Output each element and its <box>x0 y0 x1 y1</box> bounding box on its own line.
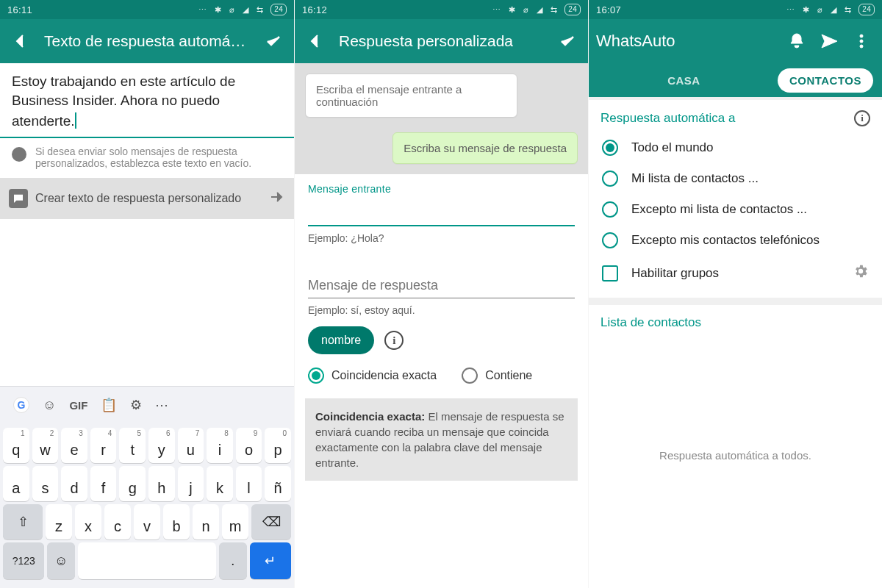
card-title: Respuesta automática a <box>600 111 735 126</box>
confirm-icon[interactable] <box>554 28 581 54</box>
back-icon[interactable] <box>7 28 34 54</box>
key-v[interactable]: v <box>134 504 160 539</box>
shift-key[interactable]: ⇧ <box>3 504 43 539</box>
battery-badge: 24 <box>270 4 287 15</box>
status-bar: 16:07 ⋯ ✱ ⌀ ◢ ⇆ 24 <box>589 0 882 19</box>
tab-contacts[interactable]: CONTACTOS <box>778 68 873 93</box>
status-icons: ⋯ ✱ ⌀ ◢ ⇆ 24 <box>786 4 875 15</box>
battery-badge: 24 <box>564 4 581 15</box>
symbols-key[interactable]: ?123 <box>3 542 44 579</box>
page-title: Respuesta personalizada <box>339 32 544 50</box>
key-f[interactable]: f <box>90 466 117 501</box>
key-e[interactable]: 3e <box>61 428 87 463</box>
more-icon[interactable]: ⋯ <box>155 397 168 413</box>
key-t[interactable]: 5t <box>119 428 146 463</box>
gif-button[interactable]: GIF <box>69 399 87 412</box>
svg-point-4 <box>860 40 863 43</box>
key-o[interactable]: 9o <box>236 428 262 463</box>
key-a[interactable]: a <box>3 466 29 501</box>
bell-icon[interactable] <box>784 28 810 54</box>
contacts-card-title: Lista de contactos <box>600 315 870 330</box>
app-bar: Respuesta personalizada <box>295 19 588 63</box>
message-input[interactable]: Estoy trabajando en este artículo de Bus… <box>0 63 294 138</box>
send-icon[interactable] <box>816 28 842 54</box>
key-q[interactable]: 1q <box>3 428 29 463</box>
match-type-group: Coincidencia exacta Contiene <box>308 368 575 384</box>
option-1[interactable]: Mi lista de contactos ... <box>600 163 870 194</box>
reply-input[interactable] <box>308 273 575 298</box>
key-c[interactable]: c <box>104 504 131 539</box>
hint-text: Si desea enviar solo mensajes de respues… <box>0 138 294 178</box>
screen-auto-reply-text: 16:11 ⋯ ✱ ⌀ ◢ ⇆ 24 Texto de respuesta au… <box>0 0 294 588</box>
match-explanation: Coincidencia exacta: El mensaje de respu… <box>305 398 578 481</box>
empty-state-text: Respuesta automática a todos. <box>600 330 870 581</box>
backspace-key[interactable]: ⌫ <box>251 504 291 539</box>
info-icon[interactable]: i <box>854 110 870 126</box>
key-x[interactable]: x <box>75 504 101 539</box>
screen-whatsauto-contacts: 16:07 ⋯ ✱ ⌀ ◢ ⇆ 24 WhatsAuto CASA <box>588 0 882 588</box>
key-d[interactable]: d <box>61 466 87 501</box>
key-b[interactable]: b <box>163 504 190 539</box>
key-l[interactable]: l <box>236 466 262 501</box>
confirm-icon[interactable] <box>260 28 287 54</box>
enter-key[interactable]: ↵ <box>250 542 291 579</box>
tab-bar: CASA CONTACTOS <box>589 63 882 97</box>
reply-bubble: Escriba su mensaje de respuesta <box>392 132 578 164</box>
option-3[interactable]: Excepto mis contactos telefónicos <box>600 225 870 256</box>
radio-contains[interactable]: Contiene <box>462 368 532 384</box>
info-icon <box>10 146 28 165</box>
settings-icon[interactable]: ⚙ <box>130 397 142 413</box>
text-cursor <box>75 112 76 129</box>
key-z[interactable]: z <box>46 504 72 539</box>
key-w[interactable]: 2w <box>32 428 59 463</box>
key-ñ[interactable]: ñ <box>265 466 291 501</box>
battery-badge: 24 <box>858 4 875 15</box>
preview-area: Escriba el mensaje entrante a continuaci… <box>295 63 588 174</box>
google-icon[interactable]: G <box>13 397 29 413</box>
key-g[interactable]: g <box>119 466 146 501</box>
key-y[interactable]: 6y <box>148 428 175 463</box>
gear-icon[interactable] <box>853 263 869 283</box>
svg-point-3 <box>860 35 863 37</box>
space-key[interactable] <box>78 542 216 579</box>
incoming-input[interactable] <box>308 201 575 226</box>
virtual-keyboard[interactable]: G ☺ GIF 📋 ⚙ ⋯ 1q2w3e4r5t6y7u8i9o0p asdfg… <box>0 386 294 588</box>
create-custom-reply-button[interactable]: Crear texto de respuesta personalizado <box>0 178 294 219</box>
period-key[interactable]: . <box>219 542 247 579</box>
status-time: 16:12 <box>302 4 327 15</box>
key-j[interactable]: j <box>178 466 204 501</box>
key-h[interactable]: h <box>148 466 175 501</box>
key-s[interactable]: s <box>32 466 59 501</box>
key-i[interactable]: 8i <box>207 428 233 463</box>
key-k[interactable]: k <box>207 466 233 501</box>
screen-custom-reply: 16:12 ⋯ ✱ ⌀ ◢ ⇆ 24 Respuesta personaliza… <box>294 0 588 588</box>
info-icon[interactable]: i <box>384 331 404 350</box>
key-p[interactable]: 0p <box>265 428 291 463</box>
app-bar: Texto de respuesta automát… <box>0 19 294 63</box>
tab-home[interactable]: CASA <box>598 68 770 93</box>
app-brand: WhatsAuto <box>596 32 675 51</box>
option-0[interactable]: Todo el mundo <box>600 132 870 163</box>
incoming-label: Mensaje entrante <box>308 183 575 195</box>
status-time: 16:11 <box>7 4 32 15</box>
back-icon[interactable] <box>302 28 329 54</box>
checkbox-icon <box>602 265 618 282</box>
status-bar: 16:12 ⋯ ✱ ⌀ ◢ ⇆ 24 <box>295 0 588 19</box>
enable-groups-option[interactable]: Habilitar grupos <box>600 256 870 290</box>
emoji-key[interactable]: ☺ <box>47 542 75 579</box>
auto-reply-card: Respuesta automática a i Todo el mundoMi… <box>589 100 882 298</box>
clipboard-icon[interactable]: 📋 <box>101 397 117 413</box>
incoming-bubble: Escriba el mensaje entrante a continuaci… <box>305 74 517 118</box>
name-chip[interactable]: nombre <box>308 326 374 354</box>
key-u[interactable]: 7u <box>178 428 204 463</box>
reply-example: Ejemplo: sí, estoy aquí. <box>308 304 575 316</box>
radio-exact-match[interactable]: Coincidencia exacta <box>308 368 437 384</box>
key-m[interactable]: m <box>222 504 248 539</box>
key-r[interactable]: 4r <box>90 428 117 463</box>
option-2[interactable]: Excepto mi lista de contactos ... <box>600 194 870 225</box>
sticker-icon[interactable]: ☺ <box>43 398 56 413</box>
chat-icon <box>9 189 28 208</box>
incoming-example: Ejemplo: ¿Hola? <box>308 232 575 244</box>
key-n[interactable]: n <box>193 504 219 539</box>
overflow-icon[interactable] <box>848 28 875 54</box>
